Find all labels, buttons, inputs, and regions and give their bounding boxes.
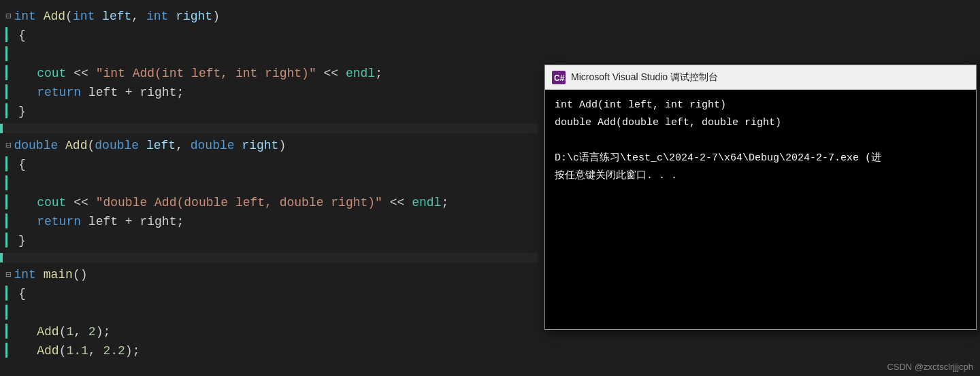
code-editor: ⊟int Add(int left, int right){ cout << "…	[0, 0, 538, 376]
code-line: {	[0, 26, 538, 45]
token: double	[95, 136, 146, 155]
token: <<	[66, 64, 95, 83]
token: double	[14, 136, 65, 155]
brace-close: }	[7, 231, 26, 250]
token: ,	[74, 322, 88, 341]
token: right	[242, 136, 278, 155]
code-line: ⊟double Add(double left, double right)	[0, 136, 538, 155]
token: (	[87, 136, 95, 155]
token: Add	[44, 7, 65, 26]
token: (	[59, 322, 67, 341]
indent-bar	[5, 175, 7, 190]
token: int	[73, 7, 102, 26]
token: 1	[66, 322, 74, 341]
token: left	[102, 7, 131, 26]
token: endl	[346, 64, 375, 83]
token: Add	[65, 136, 87, 155]
collapse-icon[interactable]: ⊟	[5, 7, 11, 26]
token: double	[191, 136, 242, 155]
token: cout	[37, 64, 66, 83]
token: ;	[375, 64, 382, 83]
token: ;	[441, 193, 448, 212]
indent-bar	[5, 46, 7, 61]
code-line: Add(1, 2);	[0, 322, 538, 341]
token: ()	[73, 265, 88, 284]
collapse-icon[interactable]: ⊟	[5, 136, 11, 155]
code-line: ⊟int main()	[0, 265, 538, 284]
console-body: int Add(int left, int right)double Add(d…	[545, 90, 976, 329]
brace-open: {	[7, 284, 26, 303]
code-line: {	[0, 155, 538, 174]
token: "int Add(int left, int right)"	[96, 64, 316, 83]
token: main	[44, 265, 73, 284]
code-line: {	[0, 284, 538, 303]
token: cout	[37, 193, 66, 212]
token: )	[212, 7, 220, 26]
vs-icon: C#	[552, 71, 566, 84]
token: (	[65, 7, 73, 26]
token: return	[37, 83, 81, 102]
code-line: }	[0, 102, 538, 121]
console-line	[555, 132, 966, 150]
brace-close: }	[7, 102, 26, 121]
token: (	[59, 341, 67, 360]
token: return	[37, 212, 81, 231]
token: )	[278, 136, 286, 155]
brace-open: {	[7, 26, 26, 45]
token: left	[146, 136, 176, 155]
indent-bar	[5, 305, 7, 320]
token: ,	[176, 136, 191, 155]
token: 2.2	[103, 341, 125, 360]
svg-text:C#: C#	[554, 73, 565, 83]
token: <<	[316, 64, 346, 83]
code-line: return left + right;	[0, 212, 538, 231]
code-line: return left + right;	[0, 83, 538, 102]
token: );	[125, 341, 140, 360]
token: <<	[66, 193, 95, 212]
token: "double Add(double left, double right)"	[96, 193, 382, 212]
token: endl	[412, 193, 441, 212]
code-line: }	[0, 231, 538, 250]
token: Add	[37, 322, 59, 341]
token: right	[176, 7, 212, 26]
token: );	[96, 322, 111, 341]
token: ,	[88, 341, 103, 360]
console-line: 按任意键关闭此窗口. . .	[555, 167, 966, 185]
code-line: cout << "int Add(int left, int right)" <…	[0, 64, 538, 83]
console-line: D:\c语言练习\test_c\2024-2-7\x64\Debug\2024-…	[555, 150, 966, 167]
token: 1.1	[66, 341, 88, 360]
collapse-icon[interactable]: ⊟	[5, 265, 11, 284]
code-line	[0, 174, 538, 193]
token: int	[146, 7, 176, 26]
console-line: int Add(int left, int right)	[555, 97, 966, 114]
token: int	[14, 7, 43, 26]
code-line: ⊟int Add(int left, int right)	[0, 7, 538, 26]
token: Add	[37, 341, 59, 360]
token: int	[14, 265, 43, 284]
console-title: Microsoft Visual Studio 调试控制台	[571, 71, 718, 84]
token: <<	[382, 193, 412, 212]
console-line: double Add(double left, double right)	[555, 114, 966, 132]
watermark: CSDN @zxctsclrjjjcph	[887, 362, 973, 372]
code-line	[0, 303, 538, 322]
token: ,	[131, 7, 146, 26]
console-title-bar: C# Microsoft Visual Studio 调试控制台	[545, 65, 976, 90]
console-window[interactable]: C# Microsoft Visual Studio 调试控制台 int Add…	[544, 65, 977, 330]
token: left + right;	[81, 212, 184, 231]
code-line	[0, 45, 538, 64]
code-line: cout << "double Add(double left, double …	[0, 193, 538, 212]
brace-open: {	[7, 155, 26, 174]
token: 2	[88, 322, 96, 341]
code-line: Add(1.1, 2.2);	[0, 341, 538, 360]
token: left + right;	[81, 83, 184, 102]
